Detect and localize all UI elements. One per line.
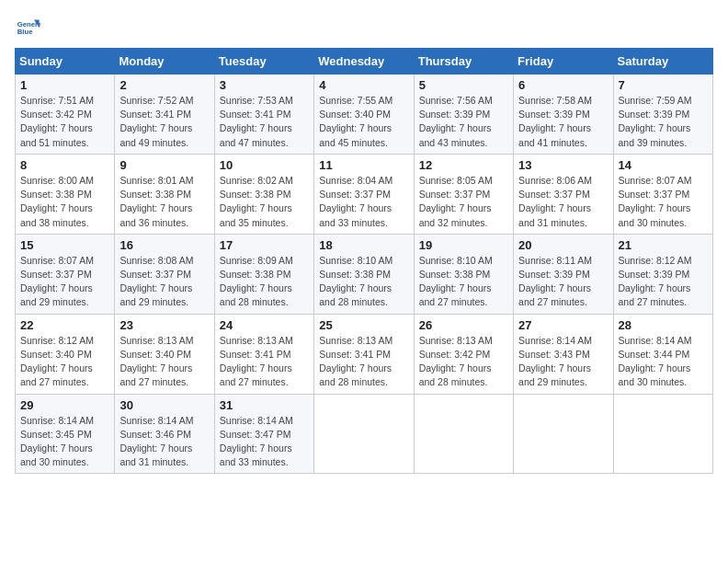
calendar-cell: 26Sunrise: 8:13 AM Sunset: 3:42 PM Dayli… xyxy=(414,314,513,394)
svg-text:Blue: Blue xyxy=(17,28,33,36)
day-info: Sunrise: 8:14 AM Sunset: 3:43 PM Dayligh… xyxy=(518,334,608,390)
calendar-cell: 3Sunrise: 7:53 AM Sunset: 3:41 PM Daylig… xyxy=(214,75,313,155)
day-number: 6 xyxy=(518,78,608,92)
calendar-cell: 6Sunrise: 7:58 AM Sunset: 3:39 PM Daylig… xyxy=(514,75,613,155)
day-info: Sunrise: 7:51 AM Sunset: 3:42 PM Dayligh… xyxy=(20,94,109,150)
calendar-cell xyxy=(414,394,513,474)
day-info: Sunrise: 8:14 AM Sunset: 3:46 PM Dayligh… xyxy=(119,414,209,470)
day-info: Sunrise: 7:59 AM Sunset: 3:39 PM Dayligh… xyxy=(619,94,708,150)
calendar-cell: 12Sunrise: 8:05 AM Sunset: 3:37 PM Dayli… xyxy=(414,154,513,234)
calendar-week-4: 22Sunrise: 8:12 AM Sunset: 3:40 PM Dayli… xyxy=(16,314,713,394)
day-number: 13 xyxy=(518,158,608,172)
day-number: 25 xyxy=(319,318,408,332)
day-info: Sunrise: 7:58 AM Sunset: 3:39 PM Dayligh… xyxy=(518,94,608,150)
day-info: Sunrise: 7:52 AM Sunset: 3:41 PM Dayligh… xyxy=(119,94,209,150)
calendar-cell: 4Sunrise: 7:55 AM Sunset: 3:40 PM Daylig… xyxy=(314,75,414,155)
calendar-cell: 19Sunrise: 8:10 AM Sunset: 3:38 PM Dayli… xyxy=(414,234,513,314)
calendar-body: 1Sunrise: 7:51 AM Sunset: 3:42 PM Daylig… xyxy=(16,75,713,474)
calendar-cell: 22Sunrise: 8:12 AM Sunset: 3:40 PM Dayli… xyxy=(16,314,115,394)
day-number: 11 xyxy=(319,158,408,172)
day-number: 19 xyxy=(419,238,508,252)
logo-icon: General Blue xyxy=(15,15,40,40)
day-info: Sunrise: 8:10 AM Sunset: 3:38 PM Dayligh… xyxy=(419,254,508,310)
day-info: Sunrise: 8:12 AM Sunset: 3:39 PM Dayligh… xyxy=(619,254,708,310)
day-info: Sunrise: 8:13 AM Sunset: 3:42 PM Dayligh… xyxy=(419,334,508,390)
day-number: 22 xyxy=(20,318,109,332)
calendar-week-1: 1Sunrise: 7:51 AM Sunset: 3:42 PM Daylig… xyxy=(16,75,713,155)
calendar-cell: 31Sunrise: 8:14 AM Sunset: 3:47 PM Dayli… xyxy=(214,394,313,474)
day-number: 7 xyxy=(619,78,708,92)
day-info: Sunrise: 8:09 AM Sunset: 3:38 PM Dayligh… xyxy=(220,254,309,310)
day-number: 15 xyxy=(20,238,109,252)
logo: General Blue xyxy=(15,15,44,40)
calendar-cell: 23Sunrise: 8:13 AM Sunset: 3:40 PM Dayli… xyxy=(115,314,214,394)
calendar-cell xyxy=(514,394,613,474)
day-info: Sunrise: 8:07 AM Sunset: 3:37 PM Dayligh… xyxy=(619,174,708,230)
day-info: Sunrise: 7:56 AM Sunset: 3:39 PM Dayligh… xyxy=(419,94,508,150)
day-info: Sunrise: 8:14 AM Sunset: 3:45 PM Dayligh… xyxy=(20,414,109,470)
calendar-cell: 15Sunrise: 8:07 AM Sunset: 3:37 PM Dayli… xyxy=(16,234,115,314)
day-info: Sunrise: 8:14 AM Sunset: 3:44 PM Dayligh… xyxy=(619,334,708,390)
day-number: 12 xyxy=(419,158,508,172)
calendar-cell: 27Sunrise: 8:14 AM Sunset: 3:43 PM Dayli… xyxy=(514,314,613,394)
day-number: 30 xyxy=(119,398,209,412)
day-number: 29 xyxy=(20,398,109,412)
day-info: Sunrise: 8:02 AM Sunset: 3:38 PM Dayligh… xyxy=(220,174,309,230)
calendar-cell: 5Sunrise: 7:56 AM Sunset: 3:39 PM Daylig… xyxy=(414,75,513,155)
header-saturday: Saturday xyxy=(613,49,712,75)
day-number: 2 xyxy=(119,78,209,92)
day-number: 24 xyxy=(220,318,309,332)
calendar-cell: 1Sunrise: 7:51 AM Sunset: 3:42 PM Daylig… xyxy=(16,75,115,155)
calendar-cell: 18Sunrise: 8:10 AM Sunset: 3:38 PM Dayli… xyxy=(314,234,414,314)
day-number: 4 xyxy=(319,78,408,92)
header-monday: Monday xyxy=(115,49,214,75)
header-thursday: Thursday xyxy=(414,49,513,75)
calendar-cell: 17Sunrise: 8:09 AM Sunset: 3:38 PM Dayli… xyxy=(214,234,313,314)
calendar-table: SundayMondayTuesdayWednesdayThursdayFrid… xyxy=(15,48,713,474)
day-number: 18 xyxy=(319,238,408,252)
day-info: Sunrise: 7:53 AM Sunset: 3:41 PM Dayligh… xyxy=(220,94,309,150)
day-number: 9 xyxy=(119,158,209,172)
day-number: 5 xyxy=(419,78,508,92)
header-tuesday: Tuesday xyxy=(214,49,313,75)
calendar-cell: 16Sunrise: 8:08 AM Sunset: 3:37 PM Dayli… xyxy=(115,234,214,314)
calendar-cell: 21Sunrise: 8:12 AM Sunset: 3:39 PM Dayli… xyxy=(613,234,712,314)
day-info: Sunrise: 8:05 AM Sunset: 3:37 PM Dayligh… xyxy=(419,174,508,230)
calendar-cell: 29Sunrise: 8:14 AM Sunset: 3:45 PM Dayli… xyxy=(16,394,115,474)
calendar-cell xyxy=(314,394,414,474)
day-number: 28 xyxy=(619,318,708,332)
day-info: Sunrise: 8:08 AM Sunset: 3:37 PM Dayligh… xyxy=(119,254,209,310)
day-info: Sunrise: 8:12 AM Sunset: 3:40 PM Dayligh… xyxy=(20,334,109,390)
page-header: General Blue xyxy=(15,15,713,40)
calendar-week-5: 29Sunrise: 8:14 AM Sunset: 3:45 PM Dayli… xyxy=(16,394,713,474)
day-number: 8 xyxy=(20,158,109,172)
day-info: Sunrise: 8:04 AM Sunset: 3:37 PM Dayligh… xyxy=(319,174,408,230)
day-info: Sunrise: 8:07 AM Sunset: 3:37 PM Dayligh… xyxy=(20,254,109,310)
day-number: 16 xyxy=(119,238,209,252)
day-info: Sunrise: 8:13 AM Sunset: 3:41 PM Dayligh… xyxy=(319,334,408,390)
day-number: 20 xyxy=(518,238,608,252)
day-info: Sunrise: 7:55 AM Sunset: 3:40 PM Dayligh… xyxy=(319,94,408,150)
header-wednesday: Wednesday xyxy=(314,49,414,75)
calendar-cell: 28Sunrise: 8:14 AM Sunset: 3:44 PM Dayli… xyxy=(613,314,712,394)
calendar-cell: 24Sunrise: 8:13 AM Sunset: 3:41 PM Dayli… xyxy=(214,314,313,394)
day-number: 27 xyxy=(518,318,608,332)
day-info: Sunrise: 8:01 AM Sunset: 3:38 PM Dayligh… xyxy=(119,174,209,230)
day-number: 23 xyxy=(119,318,209,332)
day-info: Sunrise: 8:11 AM Sunset: 3:39 PM Dayligh… xyxy=(518,254,608,310)
day-number: 1 xyxy=(20,78,109,92)
day-info: Sunrise: 8:00 AM Sunset: 3:38 PM Dayligh… xyxy=(20,174,109,230)
calendar-cell: 20Sunrise: 8:11 AM Sunset: 3:39 PM Dayli… xyxy=(514,234,613,314)
calendar-cell: 25Sunrise: 8:13 AM Sunset: 3:41 PM Dayli… xyxy=(314,314,414,394)
calendar-cell: 30Sunrise: 8:14 AM Sunset: 3:46 PM Dayli… xyxy=(115,394,214,474)
calendar-cell: 7Sunrise: 7:59 AM Sunset: 3:39 PM Daylig… xyxy=(613,75,712,155)
day-number: 10 xyxy=(220,158,309,172)
calendar-cell xyxy=(613,394,712,474)
calendar-cell: 10Sunrise: 8:02 AM Sunset: 3:38 PM Dayli… xyxy=(214,154,313,234)
calendar-cell: 8Sunrise: 8:00 AM Sunset: 3:38 PM Daylig… xyxy=(16,154,115,234)
day-number: 17 xyxy=(220,238,309,252)
day-number: 21 xyxy=(619,238,708,252)
day-info: Sunrise: 8:13 AM Sunset: 3:40 PM Dayligh… xyxy=(119,334,209,390)
calendar-cell: 11Sunrise: 8:04 AM Sunset: 3:37 PM Dayli… xyxy=(314,154,414,234)
day-info: Sunrise: 8:06 AM Sunset: 3:37 PM Dayligh… xyxy=(518,174,608,230)
